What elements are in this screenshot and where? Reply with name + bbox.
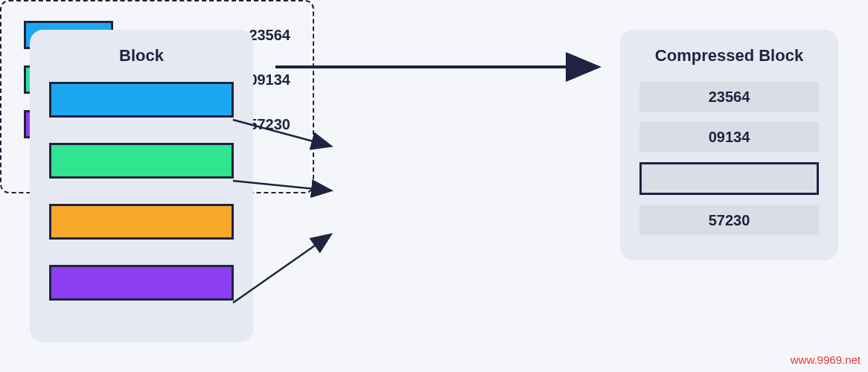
compressed-id: 57230 [639, 205, 819, 235]
block-title: Block [49, 46, 234, 65]
watermark: www.9969.net [791, 353, 861, 366]
compressed-id: 09134 [639, 122, 819, 152]
block-panel: Block [30, 30, 253, 342]
block-tx-purple [49, 265, 234, 301]
block-tx-green [49, 143, 234, 179]
block-tx-blue [49, 82, 234, 118]
compressed-block-panel: Compressed Block 23564 09134 57230 [620, 30, 838, 260]
block-tx-orange [49, 204, 234, 240]
compressed-id: 23564 [639, 82, 819, 112]
compressed-full-block-orange [639, 162, 819, 195]
compressed-title: Compressed Block [639, 46, 819, 65]
